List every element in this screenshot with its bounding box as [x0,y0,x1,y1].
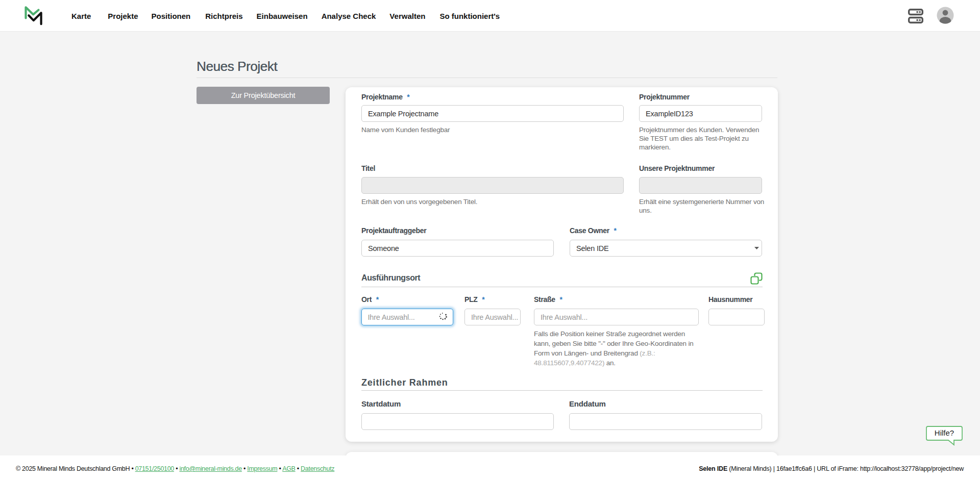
svg-text:Hilfe?: Hilfe? [935,428,954,437]
